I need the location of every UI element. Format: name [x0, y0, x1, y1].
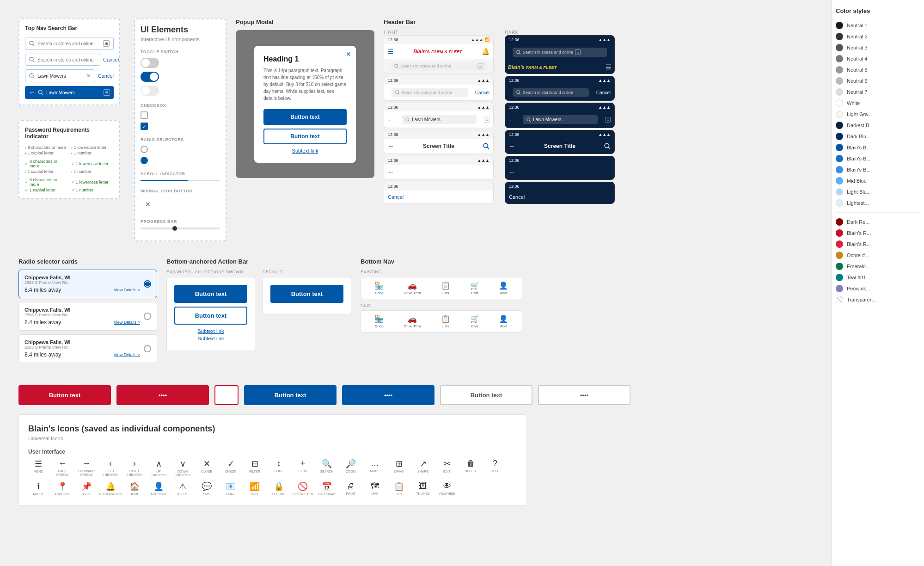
action-subtext-2[interactable]: Subtext link: [174, 336, 247, 341]
checkbox-checked[interactable]: ✓: [141, 123, 148, 130]
address-icon-label: ADDRESS: [55, 492, 70, 496]
bell-icon-1[interactable]: 🔔: [482, 48, 490, 55]
search-bar-with-value[interactable]: Lawn Mowers ✕: [25, 69, 95, 82]
sms-icon-label: SMS: [203, 492, 210, 496]
search-input-1[interactable]: [37, 41, 100, 46]
blains-blue-3-swatch: [836, 166, 843, 173]
checkbox-unchecked[interactable]: [141, 111, 148, 119]
nav-shop[interactable]: 🏪 Shop: [374, 281, 384, 295]
radio-card-2[interactable]: Chippewa Falls, WI 2583 S Prairie View R…: [18, 302, 157, 331]
transparent-swatch: [836, 296, 843, 303]
email-icon: 📧: [226, 481, 236, 492]
alert-icon: ⚠: [179, 481, 186, 492]
color-periwinkle: Periwink...: [836, 283, 920, 294]
radio-unselected[interactable]: [141, 146, 148, 153]
btn-blue-solid[interactable]: Button text: [244, 385, 337, 405]
blains-blue-1-swatch: [836, 144, 843, 151]
search-icon-grid: 🔍: [322, 459, 332, 469]
menu-icon-label: MENU: [34, 470, 43, 474]
icon-filter: ⊟ FILTER: [245, 459, 265, 478]
cancel-btn-2[interactable]: Cancel: [475, 90, 490, 95]
modal-secondary-button[interactable]: Button text: [263, 129, 347, 144]
search-icon-3: [29, 73, 35, 79]
cancel-light-footer[interactable]: Cancel: [388, 194, 404, 200]
search-bar-cancel[interactable]: [25, 54, 100, 66]
search-icon-frame4[interactable]: [483, 143, 490, 149]
top-nav-title: Top Nav Search Bar: [25, 25, 114, 31]
back-arrow-frame3[interactable]: ←: [388, 116, 394, 123]
dark-back-arrow-3[interactable]: ←: [509, 116, 515, 123]
search-bar-value[interactable]: Lawn Mowers: [402, 115, 477, 124]
radio-card-3-link[interactable]: View Details >: [114, 352, 140, 357]
btn-red-dots[interactable]: ••••: [116, 385, 209, 405]
color-neutral-4: Neutral 4: [836, 53, 920, 64]
pwd-partial-row: 8 characters or more 1 lowercase letter …: [25, 159, 114, 174]
back-arrow-frame5[interactable]: ←: [388, 168, 394, 176]
action-secondary-btn[interactable]: Button text: [174, 307, 247, 325]
account-icon: 👤: [153, 481, 164, 492]
nav-lists-new[interactable]: 📋 Lists: [441, 314, 450, 328]
clear-button[interactable]: ✕: [86, 73, 91, 79]
nav-drive-thru-new[interactable]: 🚗 Drive Thru: [404, 314, 421, 328]
btn-outline-light[interactable]: Button text: [440, 385, 532, 405]
toggle-on[interactable]: [141, 72, 159, 82]
progress-bar[interactable]: [141, 228, 220, 229]
search-bar-light-2[interactable]: Search in stores and online: [392, 88, 468, 97]
nav-acct[interactable]: 👤 Acct: [499, 281, 508, 295]
dark-cancel-2[interactable]: Cancel: [596, 90, 611, 95]
dark-search-1[interactable]: Search in stores and online ⊞: [513, 48, 607, 57]
cancel-button-1[interactable]: Cancel: [103, 57, 119, 62]
btn-red-outline[interactable]: [214, 385, 239, 405]
svg-line-5: [33, 77, 34, 78]
search-input-2[interactable]: [37, 57, 96, 62]
search-bar-default[interactable]: ⊞: [25, 37, 114, 50]
action-default-btn[interactable]: Button text: [270, 285, 343, 303]
radio-card-2-link[interactable]: View Details >: [114, 320, 140, 325]
svg-line-3: [33, 61, 34, 62]
btn-blue-dots[interactable]: ••••: [342, 385, 434, 405]
wifi-icon-label: WIFI: [251, 492, 258, 496]
dark-phone-frame-6: 12:36 Cancel: [505, 182, 615, 204]
time-1: 12:36: [388, 37, 398, 42]
search-bar-light-1[interactable]: Search in stores and online ⊞: [391, 62, 487, 71]
light-gray-swatch: [836, 111, 843, 118]
dark-back-arrow-4[interactable]: ←: [509, 142, 515, 150]
toggle-disabled[interactable]: [141, 86, 159, 96]
modal-close-button[interactable]: ✕: [346, 50, 351, 58]
radio-card-1-link[interactable]: View Details >: [114, 288, 140, 292]
dark-search-icon-4[interactable]: [604, 143, 611, 149]
cancel-button-2[interactable]: Cancel: [98, 73, 114, 79]
btn-red-solid[interactable]: Button text: [18, 385, 111, 405]
periwinkle-swatch: [836, 285, 843, 292]
toggle-off[interactable]: [141, 58, 159, 68]
icon-notification: 🔔 NOTIFICATION: [100, 481, 121, 496]
modal-primary-button[interactable]: Button text: [263, 109, 347, 125]
search-bar-active[interactable]: ← Lawn Mowers ⊞: [25, 86, 114, 99]
minimal-icon-button[interactable]: ✕: [141, 197, 155, 212]
btn-outline-dots[interactable]: ••••: [538, 385, 630, 405]
nav-cart[interactable]: 🛒 Cart: [470, 281, 479, 295]
time-3: 12:36: [388, 105, 398, 110]
dark-back-arrow-5[interactable]: ←: [509, 168, 515, 176]
dark-search-3[interactable]: Lawn Mowers: [523, 115, 598, 124]
nav-lists[interactable]: 📋 Lists: [441, 281, 450, 295]
mid-blue-label: Mid Blue: [847, 178, 867, 184]
modal-subtext-link[interactable]: Subtext link: [263, 148, 347, 154]
nav-drive-thru[interactable]: 🚗 Drive Thru: [404, 281, 421, 295]
search-icon-grid-label: SEARCH: [320, 470, 333, 474]
dark-hamburger-1[interactable]: ☰: [606, 63, 612, 71]
nav-acct-new[interactable]: 👤 Acct: [499, 314, 508, 328]
back-arrow-icon[interactable]: ←: [29, 89, 35, 96]
action-primary-btn[interactable]: Button text: [174, 285, 247, 303]
radio-selected[interactable]: [141, 157, 148, 164]
radio-card-1[interactable]: Chippewa Falls, WI 2583 S Prairie View R…: [18, 270, 157, 298]
dark-search-2[interactable]: Search in stores and online: [513, 88, 589, 97]
nav-cart-new[interactable]: 🛒 Cart: [470, 314, 479, 328]
hamburger-icon-1[interactable]: ☰: [388, 48, 394, 55]
mid-blue-swatch: [836, 177, 843, 185]
action-subtext-1[interactable]: Subtext link: [174, 328, 247, 334]
radio-card-3[interactable]: Chippewa Falls, WI 2583 S Prairie View R…: [18, 334, 157, 363]
dark-cancel-footer[interactable]: Cancel: [509, 194, 525, 200]
nav-shop-new[interactable]: 🏪 Shop: [374, 314, 384, 328]
back-arrow-frame4[interactable]: ←: [388, 142, 394, 150]
